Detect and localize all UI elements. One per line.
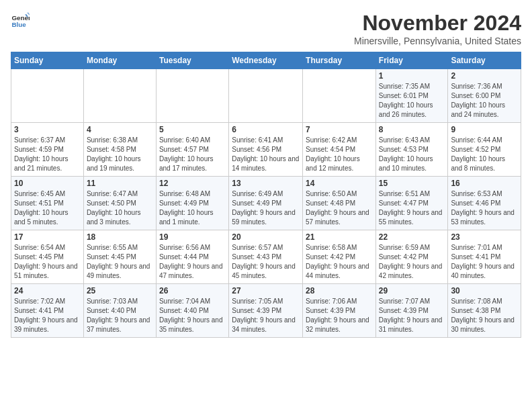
calendar-cell: 26Sunrise: 7:04 AM Sunset: 4:40 PM Dayli… — [156, 284, 228, 338]
day-info: Sunrise: 7:07 AM Sunset: 4:39 PM Dayligh… — [379, 297, 445, 334]
day-header-sunday: Sunday — [11, 52, 84, 69]
calendar-cell: 15Sunrise: 6:51 AM Sunset: 4:47 PM Dayli… — [375, 177, 448, 230]
calendar-cell: 1Sunrise: 7:35 AM Sunset: 6:01 PM Daylig… — [375, 69, 448, 123]
day-info: Sunrise: 6:41 AM Sunset: 4:56 PM Dayligh… — [232, 136, 300, 173]
calendar-week-3: 10Sunrise: 6:45 AM Sunset: 4:51 PM Dayli… — [11, 177, 521, 230]
day-number: 22 — [379, 232, 445, 242]
calendar-cell — [303, 69, 376, 123]
day-header-friday: Friday — [375, 52, 448, 69]
day-info: Sunrise: 7:36 AM Sunset: 6:00 PM Dayligh… — [451, 82, 518, 120]
day-info: Sunrise: 6:51 AM Sunset: 4:47 PM Dayligh… — [379, 189, 445, 227]
calendar-cell: 29Sunrise: 7:07 AM Sunset: 4:39 PM Dayli… — [375, 284, 448, 338]
day-number: 14 — [306, 179, 373, 188]
calendar-cell: 18Sunrise: 6:55 AM Sunset: 4:45 PM Dayli… — [83, 230, 156, 284]
header-row: SundayMondayTuesdayWednesdayThursdayFrid… — [11, 52, 521, 69]
title-area: November 2024 Minersville, Pennsylvania,… — [354, 11, 521, 46]
calendar-cell: 11Sunrise: 6:47 AM Sunset: 4:50 PM Dayli… — [83, 177, 156, 230]
calendar-cell: 23Sunrise: 7:01 AM Sunset: 4:41 PM Dayli… — [448, 230, 521, 284]
calendar-cell: 13Sunrise: 6:49 AM Sunset: 4:49 PM Dayli… — [229, 177, 303, 230]
calendar-cell: 3Sunrise: 6:37 AM Sunset: 4:59 PM Daylig… — [11, 123, 84, 177]
day-info: Sunrise: 6:44 AM Sunset: 4:52 PM Dayligh… — [451, 136, 518, 173]
calendar-cell: 21Sunrise: 6:58 AM Sunset: 4:42 PM Dayli… — [303, 230, 376, 284]
day-number: 28 — [306, 286, 373, 295]
calendar-cell: 6Sunrise: 6:41 AM Sunset: 4:56 PM Daylig… — [229, 123, 303, 177]
day-info: Sunrise: 7:06 AM Sunset: 4:39 PM Dayligh… — [306, 297, 373, 334]
calendar-cell: 22Sunrise: 6:59 AM Sunset: 4:42 PM Dayli… — [375, 230, 448, 284]
logo: General Blue — [11, 11, 30, 30]
day-info: Sunrise: 6:40 AM Sunset: 4:57 PM Dayligh… — [159, 136, 226, 173]
logo-icon: General Blue — [11, 11, 30, 30]
calendar-cell: 27Sunrise: 7:05 AM Sunset: 4:39 PM Dayli… — [229, 284, 303, 338]
page-header: General Blue November 2024 Minersville, … — [11, 11, 521, 46]
day-info: Sunrise: 7:03 AM Sunset: 4:40 PM Dayligh… — [87, 297, 153, 334]
day-info: Sunrise: 7:05 AM Sunset: 4:39 PM Dayligh… — [232, 297, 300, 334]
day-info: Sunrise: 7:35 AM Sunset: 6:01 PM Dayligh… — [379, 82, 445, 120]
day-info: Sunrise: 7:04 AM Sunset: 4:40 PM Dayligh… — [159, 297, 226, 334]
calendar-week-2: 3Sunrise: 6:37 AM Sunset: 4:59 PM Daylig… — [11, 123, 521, 177]
day-info: Sunrise: 6:53 AM Sunset: 4:46 PM Dayligh… — [451, 189, 518, 227]
day-number: 2 — [451, 71, 518, 81]
calendar-cell — [229, 69, 303, 123]
day-number: 21 — [306, 232, 373, 242]
day-info: Sunrise: 6:50 AM Sunset: 4:48 PM Dayligh… — [306, 189, 373, 227]
day-number: 23 — [451, 232, 518, 242]
day-number: 24 — [14, 286, 81, 295]
calendar-cell: 9Sunrise: 6:44 AM Sunset: 4:52 PM Daylig… — [448, 123, 521, 177]
day-info: Sunrise: 7:02 AM Sunset: 4:41 PM Dayligh… — [14, 297, 81, 334]
day-header-monday: Monday — [83, 52, 156, 69]
calendar-cell: 20Sunrise: 6:57 AM Sunset: 4:43 PM Dayli… — [229, 230, 303, 284]
calendar-cell: 24Sunrise: 7:02 AM Sunset: 4:41 PM Dayli… — [11, 284, 84, 338]
svg-text:Blue: Blue — [11, 21, 26, 28]
calendar-cell: 5Sunrise: 6:40 AM Sunset: 4:57 PM Daylig… — [156, 123, 228, 177]
calendar-cell: 30Sunrise: 7:08 AM Sunset: 4:38 PM Dayli… — [448, 284, 521, 338]
day-info: Sunrise: 6:43 AM Sunset: 4:53 PM Dayligh… — [379, 136, 445, 173]
day-header-wednesday: Wednesday — [229, 52, 303, 69]
day-number: 5 — [159, 125, 226, 134]
day-info: Sunrise: 6:48 AM Sunset: 4:49 PM Dayligh… — [159, 189, 226, 227]
day-number: 7 — [306, 125, 373, 134]
calendar-cell — [83, 69, 156, 123]
day-number: 26 — [159, 286, 226, 295]
day-number: 27 — [232, 286, 300, 295]
day-info: Sunrise: 7:01 AM Sunset: 4:41 PM Dayligh… — [451, 243, 518, 281]
day-number: 8 — [379, 125, 445, 134]
day-number: 16 — [451, 179, 518, 188]
day-number: 3 — [14, 125, 81, 134]
day-info: Sunrise: 6:49 AM Sunset: 4:49 PM Dayligh… — [232, 189, 300, 227]
calendar-table: SundayMondayTuesdayWednesdayThursdayFrid… — [11, 52, 521, 338]
calendar-cell: 16Sunrise: 6:53 AM Sunset: 4:46 PM Dayli… — [448, 177, 521, 230]
day-number: 25 — [87, 286, 153, 295]
calendar-cell: 7Sunrise: 6:42 AM Sunset: 4:54 PM Daylig… — [303, 123, 376, 177]
day-info: Sunrise: 6:59 AM Sunset: 4:42 PM Dayligh… — [379, 243, 445, 281]
day-info: Sunrise: 6:56 AM Sunset: 4:44 PM Dayligh… — [159, 243, 226, 281]
day-info: Sunrise: 6:38 AM Sunset: 4:58 PM Dayligh… — [87, 136, 153, 173]
day-number: 11 — [87, 179, 153, 188]
day-info: Sunrise: 6:57 AM Sunset: 4:43 PM Dayligh… — [232, 243, 300, 281]
calendar-cell: 10Sunrise: 6:45 AM Sunset: 4:51 PM Dayli… — [11, 177, 84, 230]
calendar-week-4: 17Sunrise: 6:54 AM Sunset: 4:45 PM Dayli… — [11, 230, 521, 284]
day-header-tuesday: Tuesday — [156, 52, 228, 69]
calendar-cell: 2Sunrise: 7:36 AM Sunset: 6:00 PM Daylig… — [448, 69, 521, 123]
calendar-cell: 19Sunrise: 6:56 AM Sunset: 4:44 PM Dayli… — [156, 230, 228, 284]
location-title: Minersville, Pennsylvania, United States — [354, 36, 521, 46]
calendar-cell: 28Sunrise: 7:06 AM Sunset: 4:39 PM Dayli… — [303, 284, 376, 338]
day-number: 6 — [232, 125, 300, 134]
calendar-cell: 8Sunrise: 6:43 AM Sunset: 4:53 PM Daylig… — [375, 123, 448, 177]
day-info: Sunrise: 6:58 AM Sunset: 4:42 PM Dayligh… — [306, 243, 373, 281]
day-info: Sunrise: 6:55 AM Sunset: 4:45 PM Dayligh… — [87, 243, 153, 281]
day-number: 17 — [14, 232, 81, 242]
day-info: Sunrise: 7:08 AM Sunset: 4:38 PM Dayligh… — [451, 297, 518, 334]
day-number: 10 — [14, 179, 81, 188]
calendar-cell — [156, 69, 228, 123]
day-number: 15 — [379, 179, 445, 188]
calendar-week-5: 24Sunrise: 7:02 AM Sunset: 4:41 PM Dayli… — [11, 284, 521, 338]
day-info: Sunrise: 6:42 AM Sunset: 4:54 PM Dayligh… — [306, 136, 373, 173]
calendar-cell: 4Sunrise: 6:38 AM Sunset: 4:58 PM Daylig… — [83, 123, 156, 177]
calendar-cell: 12Sunrise: 6:48 AM Sunset: 4:49 PM Dayli… — [156, 177, 228, 230]
day-header-saturday: Saturday — [448, 52, 521, 69]
day-number: 12 — [159, 179, 226, 188]
calendar-cell: 17Sunrise: 6:54 AM Sunset: 4:45 PM Dayli… — [11, 230, 84, 284]
day-number: 20 — [232, 232, 300, 242]
month-title: November 2024 — [354, 11, 521, 36]
calendar-cell: 25Sunrise: 7:03 AM Sunset: 4:40 PM Dayli… — [83, 284, 156, 338]
